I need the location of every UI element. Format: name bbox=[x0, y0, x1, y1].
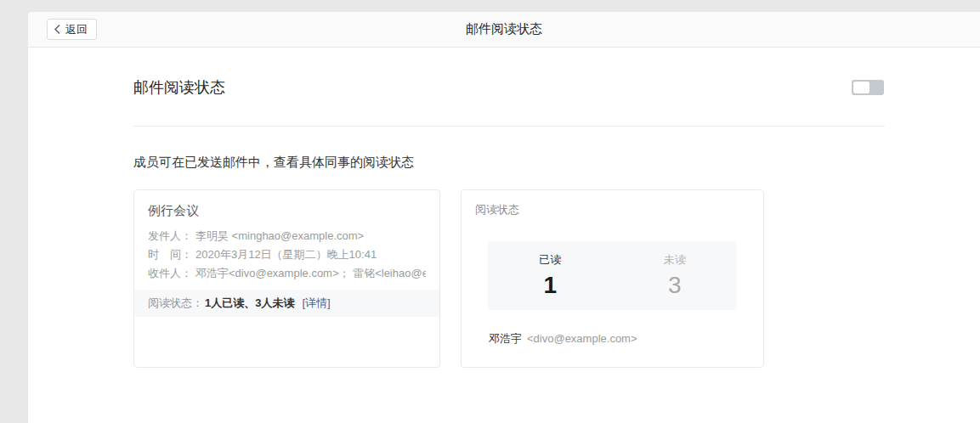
mail-preview-card: 例行会议 发件人：李明昊 <minghao@example.com> 时 间：2… bbox=[133, 189, 440, 368]
field-value: 2020年3月12日（星期二）晚上10:41 bbox=[195, 248, 377, 261]
cards-row: 例行会议 发件人：李明昊 <minghao@example.com> 时 间：2… bbox=[133, 189, 884, 368]
mail-field-recipients: 收件人：邓浩宇<divo@example.com>； 雷铭<leihao@e..… bbox=[148, 264, 426, 283]
field-value: 李明昊 <minghao@example.com> bbox=[195, 229, 364, 242]
chevron-left-icon bbox=[54, 24, 61, 35]
mail-field-time: 时 间：2020年3月12日（星期二）晚上10:41 bbox=[148, 245, 426, 264]
reader-email: <divo@example.com> bbox=[527, 332, 637, 345]
read-label: 已读 bbox=[488, 252, 613, 268]
page-title: 邮件阅读状态 bbox=[28, 21, 980, 37]
detail-link[interactable]: [详情] bbox=[302, 296, 330, 309]
topbar: 返回 邮件阅读状态 bbox=[28, 12, 980, 48]
section-heading: 邮件阅读状态 bbox=[133, 79, 225, 96]
mail-field-sender: 发件人：李明昊 <minghao@example.com> bbox=[148, 227, 426, 245]
field-label: 发件人： bbox=[148, 229, 192, 242]
content-area: 邮件阅读状态 成员可在已发送邮件中，查看具体同事的阅读状态 例行会议 发件人：李… bbox=[28, 48, 884, 368]
field-label: 时 间： bbox=[148, 248, 192, 261]
count-panel: 已读 1 未读 3 bbox=[488, 241, 737, 310]
reader-name: 邓浩宇 bbox=[489, 332, 522, 345]
back-button[interactable]: 返回 bbox=[47, 19, 97, 40]
read-status-card: 阅读状态 已读 1 未读 3 邓浩宇<divo@example.com> bbox=[461, 189, 764, 368]
screen: 返回 邮件阅读状态 邮件阅读状态 成员可在已发送邮件中，查看具体同事的阅读状态 … bbox=[0, 0, 980, 423]
field-label: 收件人： bbox=[148, 267, 192, 279]
section-description: 成员可在已发送邮件中，查看具体同事的阅读状态 bbox=[133, 154, 884, 171]
status-label: 阅读状态： bbox=[148, 296, 203, 309]
toggle-knob bbox=[853, 82, 870, 93]
read-status-toggle[interactable] bbox=[852, 80, 884, 95]
status-card-title: 阅读状态 bbox=[475, 202, 750, 217]
unread-count: 3 bbox=[613, 272, 738, 299]
field-value: 邓浩宇<divo@example.com>； 雷铭<leihao@e... bbox=[195, 267, 426, 279]
reader-line: 邓浩宇<divo@example.com> bbox=[489, 331, 750, 347]
divider bbox=[133, 126, 885, 127]
read-count: 1 bbox=[488, 272, 613, 299]
unread-label: 未读 bbox=[613, 252, 738, 268]
back-button-label: 返回 bbox=[65, 22, 88, 37]
read-status-row: 阅读状态：1人已读、3人未读[详情] bbox=[134, 290, 439, 317]
section-header: 邮件阅读状态 bbox=[133, 79, 884, 96]
unread-count-column: 未读 3 bbox=[613, 241, 738, 310]
read-count-column: 已读 1 bbox=[488, 241, 613, 310]
status-summary: 1人已读、3人未读 bbox=[205, 296, 294, 309]
main-panel: 返回 邮件阅读状态 邮件阅读状态 成员可在已发送邮件中，查看具体同事的阅读状态 … bbox=[28, 12, 980, 423]
mail-subject: 例行会议 bbox=[148, 202, 426, 219]
